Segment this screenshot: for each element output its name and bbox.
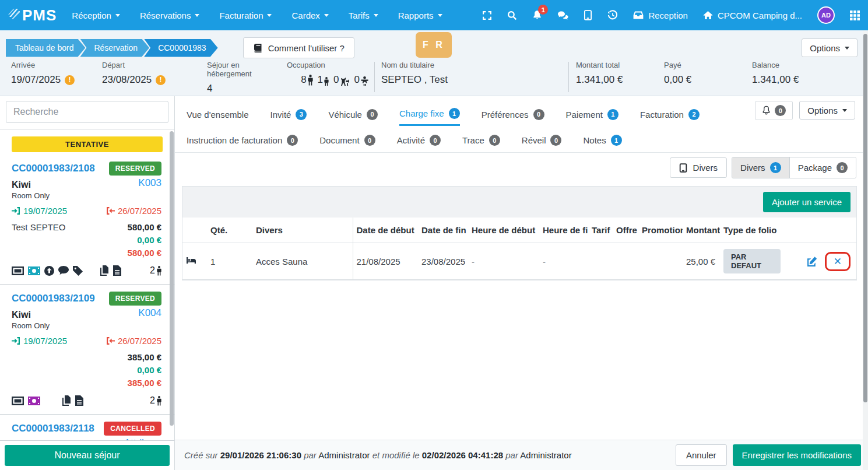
notification-badge: 1 [538,5,548,15]
delete-x-icon[interactable]: ✕ [834,257,842,266]
col-hour-start: Heure de début [468,218,539,243]
header-options-button[interactable]: Options [802,38,858,57]
room-type: Kiwi [12,310,31,320]
chevron-down-icon [845,47,849,50]
navbar-actions: 1 Reception CPCOM Camping d... AD [482,6,860,24]
user-avatar[interactable]: AD [817,6,835,24]
tab-paiement[interactable]: Paiement1 [566,109,619,125]
adult-icon [308,75,313,86]
panel-bell-button[interactable]: 0 [755,101,793,120]
pms-app: PMS Réception Réservations Facturation C… [0,0,868,470]
child-icon [324,77,329,86]
messages-icon[interactable] [557,10,568,20]
new-stay-button[interactable]: Nouveau séjour [5,445,170,466]
stay-card[interactable]: CC00001983/2108 RESERVED Kiwi K003 Room … [0,155,174,284]
occupants-count: 2 [150,265,161,276]
search-input[interactable] [6,101,168,123]
chevron-down-icon [374,14,378,17]
col-date-start: Date de début [353,218,418,243]
tab-document[interactable]: Document0 [319,135,375,151]
document-icon [113,265,121,276]
copy-icon [62,395,71,406]
fixed-charges-card: Ajouter un service Qté. Divers [182,186,857,280]
menu-tarifs[interactable]: Tarifs [349,10,378,20]
stay-id-link[interactable]: CC00001983/2108 [12,163,95,174]
property-switch[interactable]: CPCOM Camping d... [703,10,802,20]
room-card-icon [12,397,24,405]
divers-view-button[interactable]: Divers [670,157,728,178]
divider [0,129,174,129]
save-button[interactable]: Enregistrer les modifications [733,444,861,466]
add-service-button[interactable]: Ajouter un service [763,192,851,212]
check-out-icon [106,337,115,345]
tab-activite[interactable]: Activité0 [397,135,441,151]
stay-field: Séjour en hébergement 4 [207,61,287,94]
tab-instruction-facturation[interactable]: Instruction de facturation0 [187,135,298,151]
room-card-icon [12,266,24,275]
breadcrumb-dashboard[interactable]: Tableau de bord [6,39,85,57]
tab-invite[interactable]: Invité3 [270,109,307,125]
scrollbar-thumb[interactable] [863,34,867,402]
unit-link[interactable]: K004 [138,307,161,319]
subtab-package[interactable]: Package0 [789,157,856,178]
language-badge[interactable]: F R [416,32,452,58]
chevron-down-icon [438,14,442,17]
tab-vehicule[interactable]: Véhicule0 [328,109,378,125]
panel-options-button[interactable]: Options [799,101,855,120]
fullscreen-icon[interactable] [482,10,492,20]
banknote-icon [28,397,40,405]
delete-annotation-highlight: ✕ [825,252,851,271]
sidebar-scrollbar[interactable] [170,131,174,426]
warning-icon: ! [65,75,75,85]
stay-total: 385,00 € [128,351,161,364]
baby-icon [361,76,368,86]
cancel-button[interactable]: Annuler [676,444,727,466]
check-in-icon [12,337,20,345]
menu-rapports[interactable]: Rapports [398,10,442,20]
search-icon[interactable] [507,10,517,20]
menu-reservations[interactable]: Réservations [140,10,200,20]
stay-id-link[interactable]: CC00001983/2109 [12,293,95,304]
apps-grid-icon[interactable] [850,10,860,20]
menu-facturation[interactable]: Facturation [219,10,272,20]
tab-facturation[interactable]: Facturation2 [640,109,700,125]
cell-montant: 25,00 € [683,243,720,280]
edit-icon[interactable] [807,256,818,267]
brand-logo[interactable]: PMS [8,6,57,24]
breadcrumb-current[interactable]: CC00001983 [144,39,218,57]
tab-vue-densemble[interactable]: Vue d'ensemble [187,110,249,125]
stay-balance: 580,00 € [128,247,161,259]
fixed-charges-table: Qté. Divers Date de début Date de fin He… [182,218,856,280]
history-icon[interactable] [607,10,618,20]
stay-card[interactable]: CC00001983/2109 RESERVED Kiwi K004 Room … [0,285,174,414]
notifications-bell-icon[interactable]: 1 [532,10,542,20]
menu-cardex[interactable]: Cardex [291,10,328,20]
bell-icon [762,106,771,115]
tab-preferences[interactable]: Préférences0 [482,109,544,125]
reception-switch[interactable]: Reception [633,10,688,20]
tab-charge-fixe[interactable]: Charge fixe1 [399,108,460,126]
help-button[interactable]: Comment l'utiliser ? [243,37,354,58]
tab-notes[interactable]: Notes1 [583,135,621,151]
tab-reveil[interactable]: Réveil0 [522,135,562,151]
inbox-icon [633,10,644,20]
unit-link[interactable]: K003 [138,177,161,189]
tab-trace[interactable]: Trace0 [462,135,500,151]
cell-date-end: 23/08/2025 [418,243,468,280]
stays-sidebar: TENTATIVE CC00001983/2108 RESERVED Kiwi … [0,96,175,470]
home-icon [703,10,713,20]
window-scrollbar[interactable] [863,30,868,470]
person-icon [157,266,161,276]
chevron-down-icon [267,14,272,17]
mobile-device-icon[interactable] [584,10,592,20]
menu-reception[interactable]: Réception [72,10,120,20]
occupation-field: Occupation 8 1 0 0 [287,61,374,94]
charge-row: 1 Acces Sauna 21/08/2025 23/08/2025 - - … [182,243,856,280]
stay-id-link[interactable]: CC00001983/2118 [12,423,94,434]
board-type: Room Only [12,321,161,330]
main-menu: Réception Réservations Facturation Carde… [72,10,442,20]
device-icon [679,163,687,173]
subtab-divers[interactable]: Divers1 [732,157,789,178]
person-icon [157,396,161,406]
breadcrumb-reservation[interactable]: Réservation [80,39,149,57]
